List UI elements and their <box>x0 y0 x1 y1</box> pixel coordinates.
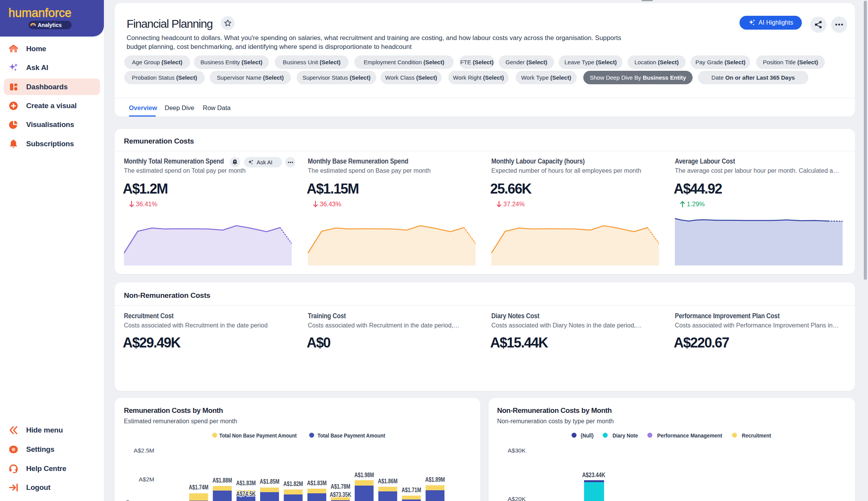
svg-text:A$1.71M: A$1.71M <box>402 487 421 493</box>
svg-text:A$1.83M: A$1.83M <box>307 480 327 486</box>
svg-text:A$1.98M: A$1.98M <box>354 472 374 478</box>
svg-text:A$23.44K: A$23.44K <box>582 472 605 478</box>
svg-text:Diary Note: Diary Note <box>613 432 638 439</box>
svg-text:A$1.85M: A$1.85M <box>260 478 279 485</box>
svg-text:A$30K: A$30K <box>507 447 526 454</box>
svg-text:5: 5 <box>126 499 130 501</box>
svg-text:A$73.35K: A$73.35K <box>330 491 351 498</box>
svg-text:A$1.78M: A$1.78M <box>331 483 350 490</box>
svg-text:A$1.86M: A$1.86M <box>378 478 397 484</box>
svg-text:Performance Management: Performance Management <box>657 432 722 439</box>
svg-text:A$2M: A$2M <box>139 476 155 483</box>
svg-text:{Null}: {Null} <box>581 432 594 439</box>
svg-text:A$1.89M: A$1.89M <box>425 476 445 483</box>
svg-text:A$1.82M: A$1.82M <box>284 481 303 487</box>
svg-text:Total Base Payment Amount: Total Base Payment Amount <box>317 432 385 439</box>
svg-text:A$20K: A$20K <box>507 496 526 501</box>
svg-text:A$1.74M: A$1.74M <box>189 484 209 491</box>
svg-text:A$1.83M: A$1.83M <box>236 480 256 486</box>
svg-text:A$2.5M: A$2.5M <box>134 447 154 454</box>
svg-text:A$1.88M: A$1.88M <box>212 477 232 484</box>
svg-text:A$74.5K: A$74.5K <box>236 491 256 497</box>
svg-text:Total Non Base Payment Amount: Total Non Base Payment Amount <box>219 432 297 439</box>
svg-text:Recruitment: Recruitment <box>742 432 771 439</box>
